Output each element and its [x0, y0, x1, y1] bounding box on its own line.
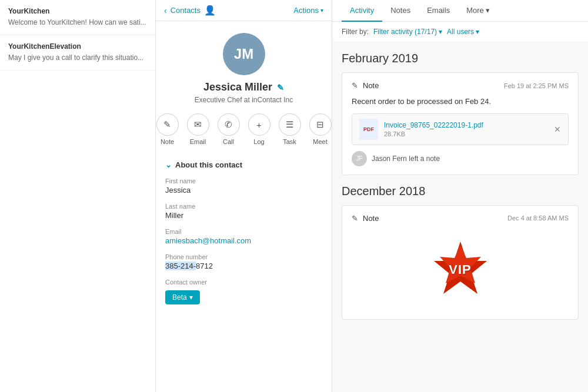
- tab-emails[interactable]: Emails: [419, 0, 458, 22]
- contact-name-row: Jessica Miller ✎: [156, 81, 332, 93]
- actions-label: Actions: [293, 6, 319, 15]
- chat-text-2: May I give you a call to clarify this si…: [8, 53, 147, 63]
- card-type-feb: ✎ Note: [352, 81, 379, 90]
- about-label: About this contact: [175, 160, 242, 169]
- action-buttons-row: ✎ Note ✉ Email ✆ Call + Log ☰ Task ⊟ Mee…: [156, 113, 332, 155]
- attachment-info: Invoice_98765_02222019-1.pdf 28.7KB: [384, 121, 548, 138]
- contact-title: Executive Chef at inContact Inc: [156, 96, 332, 104]
- meet-button[interactable]: ⊟ Meet: [309, 113, 332, 145]
- chat-brand-2: YourKitchenElevation: [8, 42, 147, 51]
- phone-highlight: 385-214-: [165, 262, 196, 270]
- email-label: Email: [190, 138, 206, 145]
- card-type-dec: ✎ Note: [352, 214, 379, 223]
- vip-label: VIP: [449, 262, 471, 277]
- card-author-feb: JF Jason Fern left a note: [352, 151, 569, 166]
- firstname-value: Jessica: [165, 186, 322, 195]
- task-icon: ☰: [279, 113, 301, 136]
- pdf-label: PDF: [363, 126, 374, 132]
- filter-users-button[interactable]: All users ▾: [447, 28, 479, 36]
- email-icon: ✉: [187, 113, 209, 136]
- filter-chevron-icon: ▾: [439, 28, 442, 36]
- card-type-label-feb: Note: [363, 81, 379, 90]
- note-button[interactable]: ✎ Note: [156, 113, 179, 145]
- contact-header: ‹ Contacts 👤 Actions ▾: [156, 0, 332, 21]
- task-button[interactable]: ☰ Task: [279, 113, 301, 145]
- back-to-contacts[interactable]: ‹ Contacts 👤: [164, 5, 216, 16]
- card-body-feb: Recent order to be processed on Feb 24.: [352, 96, 569, 108]
- card-type-label-dec: Note: [363, 214, 379, 223]
- task-label: Task: [283, 138, 296, 145]
- lastname-label: Last name: [165, 203, 322, 210]
- phone-value: 385-214-8712: [165, 262, 322, 270]
- filter-bar: Filter by: Filter activity (17/17) ▾ All…: [332, 22, 588, 42]
- month-feb-2019: February 2019: [342, 52, 579, 65]
- field-owner: Contact owner: [165, 279, 322, 286]
- field-email: Email amiesbach@hotmail.com: [165, 228, 322, 245]
- chat-item-1[interactable]: YourKitchen Welcome to YourKitchen! How …: [0, 0, 155, 35]
- meet-icon: ⊟: [309, 113, 332, 136]
- chat-text-1: Welcome to YourKitchen! How can we sati.…: [8, 18, 147, 28]
- tab-more-chevron-icon: ▾: [486, 6, 490, 15]
- actions-button[interactable]: Actions ▾: [293, 6, 323, 15]
- chat-item-2[interactable]: YourKitchenElevation May I give you a ca…: [0, 35, 155, 71]
- firstname-label: First name: [165, 177, 322, 185]
- log-icon: +: [248, 113, 270, 136]
- contact-full-name: Jessica Miller: [203, 81, 272, 93]
- activity-panel: Activity Notes Emails More ▾ Filter by: …: [332, 0, 588, 392]
- call-icon: ✆: [218, 113, 240, 136]
- attachment-close-icon[interactable]: ✕: [554, 125, 561, 134]
- contacts-label: Contacts: [171, 6, 201, 15]
- beta-button[interactable]: Beta ▾: [165, 290, 200, 304]
- call-button[interactable]: ✆ Call: [218, 113, 240, 145]
- filter-users-label: All users: [447, 28, 474, 36]
- tab-more-label: More: [466, 6, 484, 15]
- card-timestamp-feb: Feb 19 at 2:25 PM MS: [504, 82, 569, 89]
- tab-notes-label: Notes: [390, 6, 410, 15]
- contact-panel: ‹ Contacts 👤 Actions ▾ JM Jessica Miller…: [156, 0, 332, 392]
- note-card-icon-dec: ✎: [352, 214, 358, 223]
- card-header-dec: ✎ Note Dec 4 at 8:58 AM MS: [352, 214, 569, 223]
- log-button[interactable]: + Log: [248, 113, 270, 145]
- email-button[interactable]: ✉ Email: [187, 113, 209, 145]
- users-chevron-icon: ▾: [476, 28, 479, 36]
- filter-activity-label: Filter activity (17/17): [373, 28, 437, 36]
- chevron-down-icon: ⌄: [165, 160, 172, 169]
- note-card-icon: ✎: [352, 81, 358, 90]
- email-label: Email: [165, 228, 322, 235]
- person-icon: 👤: [204, 5, 216, 16]
- tab-emails-label: Emails: [427, 6, 450, 15]
- avatar-initials: JM: [234, 46, 253, 62]
- filter-label: Filter by:: [342, 28, 369, 36]
- call-label: Call: [223, 138, 234, 145]
- field-phone: Phone number 385-214-8712: [165, 253, 322, 270]
- chat-brand-1: YourKitchen: [8, 7, 147, 15]
- activity-content: February 2019 ✎ Note Feb 19 at 2:25 PM M…: [332, 42, 588, 392]
- back-arrow-icon: ‹: [164, 6, 167, 15]
- about-section: ⌄ About this contact First name Jessica …: [156, 155, 332, 392]
- email-value[interactable]: amiesbach@hotmail.com: [165, 236, 322, 245]
- filter-activity-button[interactable]: Filter activity (17/17) ▾: [373, 28, 442, 36]
- actions-chevron-icon: ▾: [320, 7, 323, 14]
- phone-suffix: 8712: [196, 262, 213, 270]
- note-label: Note: [161, 138, 174, 145]
- pdf-icon: PDF: [359, 119, 378, 140]
- beta-chevron-icon: ▾: [189, 293, 193, 301]
- tab-more[interactable]: More ▾: [458, 0, 498, 22]
- tab-notes[interactable]: Notes: [382, 0, 419, 22]
- activity-tabs: Activity Notes Emails More ▾: [332, 0, 588, 22]
- vip-starburst: VIP: [431, 240, 490, 299]
- attachment-size: 28.7KB: [384, 130, 548, 138]
- about-header: ⌄ About this contact: [165, 160, 322, 169]
- phone-label: Phone number: [165, 253, 322, 260]
- activity-card-dec: ✎ Note Dec 4 at 8:58 AM MS VIP: [342, 205, 579, 320]
- log-label: Log: [253, 138, 264, 145]
- tab-activity[interactable]: Activity: [342, 0, 382, 22]
- author-name-feb: Jason Fern left a note: [372, 155, 440, 163]
- edit-contact-icon[interactable]: ✎: [277, 83, 284, 92]
- field-lastname: Last name Miller: [165, 203, 322, 220]
- chat-panel: YourKitchen Welcome to YourKitchen! How …: [0, 0, 156, 392]
- month-dec-2018: December 2018: [342, 185, 579, 198]
- attachment-name[interactable]: Invoice_98765_02222019-1.pdf: [384, 121, 548, 129]
- card-header-feb: ✎ Note Feb 19 at 2:25 PM MS: [352, 81, 569, 90]
- field-firstname: First name Jessica: [165, 177, 322, 195]
